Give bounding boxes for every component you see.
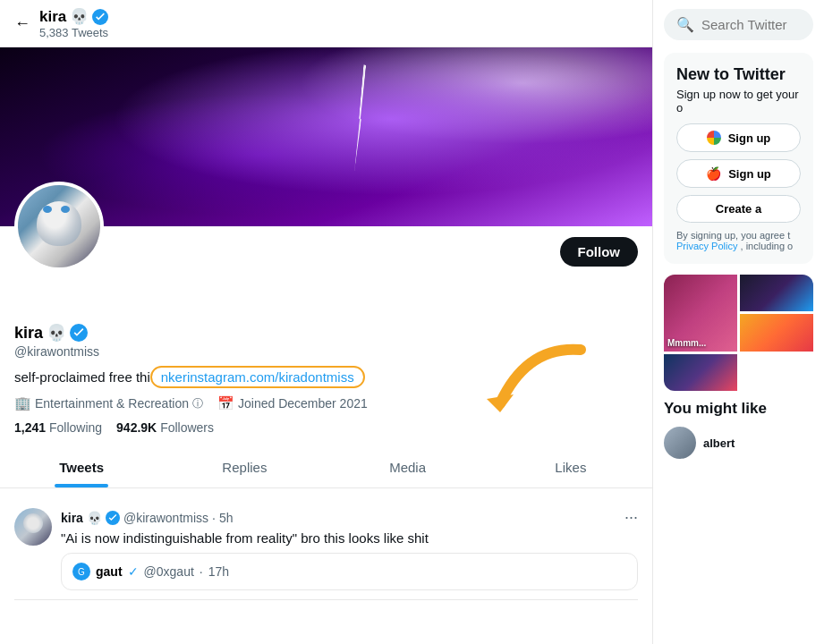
tab-likes[interactable]: Likes: [489, 447, 652, 487]
new-twitter-title: New to Twitter: [676, 65, 801, 84]
tweet-list: kira 💀 @kirawontmiss · 5h ··· "Ai is now…: [0, 488, 652, 611]
tab-replies[interactable]: Replies: [163, 447, 326, 487]
header-skull-icon: 💀: [70, 7, 89, 26]
calendar-icon: 📅: [217, 395, 234, 411]
quoted-avatar: G: [72, 563, 90, 580]
tweet-author-info: kira 💀 @kirawontmiss · 5h: [61, 511, 234, 525]
tweet-verified-icon: [106, 511, 120, 525]
tweet-author-name: kira: [61, 511, 83, 525]
following-count: 1,241: [14, 420, 46, 435]
tab-tweets[interactable]: Tweets: [0, 447, 163, 487]
tweet-text: "Ai is now indistinguishable from realit…: [61, 530, 638, 546]
joined-item: 📅 Joined December 2021: [217, 395, 368, 411]
quoted-handle: @0xgaut: [144, 564, 194, 579]
quoted-name: gaut: [96, 564, 123, 579]
create-account-label: Create a: [716, 202, 761, 216]
profile-verified-icon: [70, 324, 88, 342]
profile-tabs: Tweets Replies Media Likes: [0, 447, 652, 488]
category-item: 🏢 Entertainment & Recreation ⓘ: [14, 395, 203, 411]
suggested-user-info: albert: [703, 436, 735, 450]
media-cell-4: [664, 354, 737, 391]
tos-text: By signing up, you agree t Privacy Polic…: [676, 230, 801, 251]
info-icon: ⓘ: [192, 396, 203, 411]
apple-icon: 🍎: [706, 166, 721, 181]
profile-meta: 🏢 Entertainment & Recreation ⓘ 📅 Joined …: [14, 395, 638, 411]
follow-button[interactable]: Follow: [560, 237, 639, 267]
category-text: Entertainment & Recreation: [35, 396, 189, 411]
verified-icon: [92, 9, 108, 25]
profile-skull-icon: 💀: [47, 323, 66, 343]
tweet-handle: @kirawontmiss: [123, 511, 208, 525]
quoted-tweet: G gaut ✓ @0xgaut · 17h: [61, 553, 638, 590]
tweet-item: kira 💀 @kirawontmiss · 5h ··· "Ai is now…: [14, 499, 638, 600]
tweet-avatar: [14, 508, 52, 546]
quoted-check: ✓: [128, 564, 139, 579]
following-stat[interactable]: 1,241 Following: [14, 420, 102, 435]
bio-link[interactable]: nkerinstagram.com/kiradontmiss: [161, 369, 354, 385]
header-display-name: kira: [39, 8, 66, 26]
trending-media-grid: Mmmm...: [664, 275, 813, 391]
tweet-skull: 💀: [87, 511, 102, 525]
profile-name-row: kira 💀: [14, 323, 638, 343]
profile-avatar: [14, 182, 104, 271]
create-account-button[interactable]: Create a: [676, 195, 801, 223]
search-input[interactable]: [701, 17, 824, 32]
followers-count: 942.9K: [116, 420, 157, 435]
back-button[interactable]: ←: [14, 14, 30, 33]
profile-stats: 1,241 Following 942.9K Followers: [14, 420, 638, 435]
search-icon: 🔍: [676, 16, 694, 33]
new-twitter-subtitle: Sign up now to get your o: [676, 88, 801, 114]
profile-header: ← kira 💀 5,383 Tweets: [0, 0, 652, 47]
you-might-like-title: You might like: [664, 400, 813, 418]
tweet-content: kira 💀 @kirawontmiss · 5h ··· "Ai is now…: [61, 508, 638, 590]
signup-google-button[interactable]: Sign up: [676, 123, 801, 152]
followers-label: Followers: [160, 420, 214, 435]
joined-text: Joined December 2021: [238, 396, 368, 411]
tab-media[interactable]: Media: [327, 447, 489, 487]
privacy-link[interactable]: Privacy Policy: [676, 241, 737, 251]
avatar-image: [18, 185, 100, 267]
bio-link-wrapper: nkerinstagram.com/kiradontmiss: [150, 366, 365, 388]
search-bar[interactable]: 🔍: [664, 9, 813, 40]
media-overlay-text: Mmmm...: [667, 338, 706, 348]
building-icon: 🏢: [14, 395, 31, 411]
right-panel: 🔍 New to Twitter Sign up now to get your…: [653, 0, 824, 644]
follow-button-wrapper: Follow: [14, 226, 638, 274]
signup-google-label: Sign up: [728, 131, 771, 145]
main-panel: ← kira 💀 5,383 Tweets Follow: [0, 0, 653, 644]
signup-apple-button[interactable]: 🍎 Sign up: [676, 159, 801, 188]
bio-text: self-proclaimed free thi: [14, 369, 150, 385]
tweet-author-row: kira 💀 @kirawontmiss · 5h ···: [61, 508, 638, 527]
signup-apple-label: Sign up: [728, 167, 771, 181]
header-info: kira 💀 5,383 Tweets: [39, 7, 108, 39]
following-label: Following: [49, 420, 102, 435]
followers-stat[interactable]: 942.9K Followers: [116, 420, 214, 435]
google-icon: [707, 131, 721, 145]
media-cell-1: Mmmm...: [664, 275, 737, 352]
suggested-user-item[interactable]: albert: [664, 427, 813, 459]
profile-section: Follow kira 💀 @kirawontmiss self-proclai…: [0, 226, 652, 435]
tweet-more-button[interactable]: ···: [624, 508, 638, 527]
profile-handle: @kirawontmiss: [14, 344, 638, 359]
profile-display-name: kira: [14, 324, 43, 343]
tweet-time: 5h: [219, 511, 234, 525]
media-cell-2: [740, 275, 813, 311]
header-name: kira 💀: [39, 7, 108, 26]
suggested-user-avatar: [664, 427, 696, 459]
profile-bio: self-proclaimed free thinkerinstagram.co…: [14, 366, 638, 388]
media-cell-3: [740, 314, 813, 351]
header-tweet-count: 5,383 Tweets: [39, 26, 108, 39]
quoted-separator: ·: [200, 564, 203, 579]
new-to-twitter-panel: New to Twitter Sign up now to get your o…: [664, 53, 813, 264]
tweet-separator: ·: [212, 511, 216, 525]
quoted-time: 17h: [208, 564, 229, 579]
quoted-author: G gaut ✓ @0xgaut · 17h: [72, 563, 626, 580]
suggested-user-name: albert: [703, 436, 735, 450]
